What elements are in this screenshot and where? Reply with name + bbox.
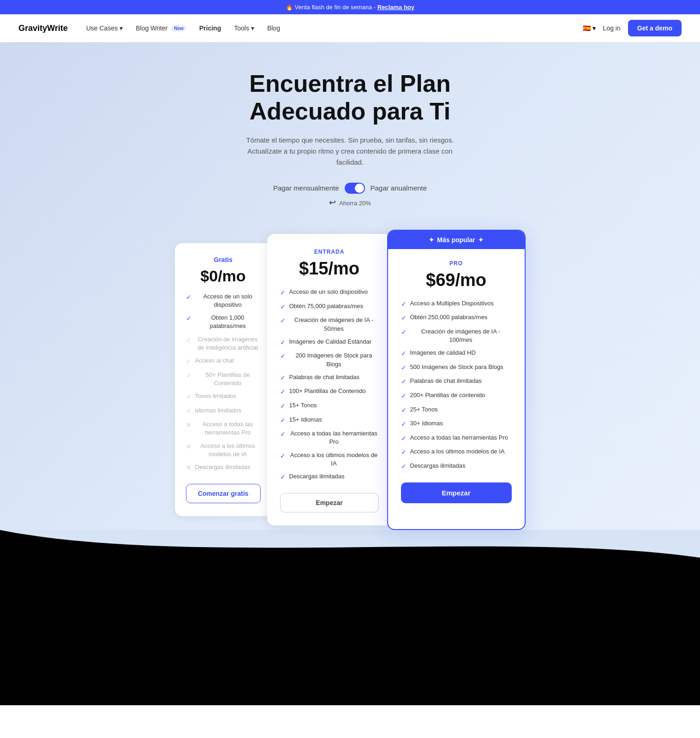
logo[interactable]: GravityWrite — [18, 24, 68, 33]
sparkle-icon: ✦ — [478, 236, 484, 244]
plan-label-entrada: ENTRADA — [280, 249, 379, 255]
nav-right: 🇪🇸 ▾ Log in Get a demo — [583, 20, 682, 36]
check-icon: ✓ — [280, 416, 286, 425]
nav-blog[interactable]: Blog — [267, 24, 280, 32]
check-icon: ✓ — [401, 462, 407, 471]
list-item: ✓ 25+ Tonos — [401, 405, 512, 415]
banner-text: 🔥 Venta flash de fin de semana - — [286, 4, 377, 11]
x-icon: ✕ — [186, 442, 191, 452]
billing-toggle: Pagar mensualmente Pagar anualmente — [9, 183, 691, 194]
pro-card-header: ✦ Más popular ✦ — [388, 231, 525, 249]
list-item: ✓ Descargas ilimitadas — [280, 472, 379, 482]
list-item: ✓ Acceso de un solo dispositivo — [280, 288, 379, 298]
check-icon: ✓ — [401, 392, 407, 401]
check-icon: ✓ — [401, 448, 407, 457]
list-item: ✓ Acceso a Múltiples Dispositivos — [401, 299, 512, 309]
hero-subtitle: Tómate el tiempo que necesites. Sin prue… — [244, 135, 456, 168]
top-banner: 🔥 Venta flash de fin de semana - Reclama… — [0, 0, 700, 14]
arrow-icon: ↩ — [329, 197, 336, 208]
list-item: ✓ Obtén 250,000 palabras/mes — [401, 313, 512, 323]
list-item: ✓ Descargas ilimitadas — [401, 462, 512, 471]
list-item: ✕ Acceso a los últimos modelos de IA — [186, 442, 261, 458]
star-icon: ✦ — [429, 236, 434, 244]
list-item: ✓ 30+ Idiomas — [401, 419, 512, 429]
pro-plan-button[interactable]: Empezar — [401, 482, 512, 503]
list-item: ✓ Obtén 75,000 palabras/mes — [280, 302, 379, 312]
list-item: ✓ Acceso al chat — [186, 357, 261, 366]
list-item: ✓ Acceso a los últimos modelos de IA — [280, 451, 379, 468]
save-note: ↩ Ahorra 20% — [9, 197, 691, 208]
list-item: ✓ Creación de imágenes de IA - 50/mes — [280, 316, 379, 333]
pro-card-body: PRO $69/mo ✓ Acceso a Múltiples Disposit… — [388, 249, 525, 516]
list-item: ✓ Acceso a los últimos modelos de IA — [401, 447, 512, 457]
chevron-down-icon: ▾ — [120, 24, 123, 32]
list-item: ✓ 15+ Tonos — [280, 401, 379, 411]
plan-card-pro: ✦ Más popular ✦ PRO $69/mo ✓ Acceso a Mú… — [387, 230, 526, 530]
check-icon: ✓ — [186, 336, 191, 345]
plan-price-entrada: $15/mo — [280, 259, 379, 279]
banner-link[interactable]: Reclama hoy — [377, 4, 414, 11]
check-icon: ✓ — [186, 293, 191, 302]
check-icon: ✓ — [280, 402, 286, 411]
check-icon: ✓ — [186, 407, 191, 416]
list-item: ✓ Imágenes de Calidad Estándar — [280, 338, 379, 347]
list-item: ✓ 200 Imágenes de Stock para Blogs — [280, 351, 379, 368]
check-icon: ✓ — [280, 452, 286, 461]
language-selector[interactable]: 🇪🇸 ▾ — [583, 24, 596, 32]
check-icon: ✓ — [401, 349, 407, 358]
navbar: GravityWrite Use Cases ▾ Blog Writer New… — [0, 14, 700, 42]
list-item: ✓ Idiomas limitados — [186, 406, 261, 416]
list-item: ✓ Palabras de chat limitadas — [280, 373, 379, 383]
list-item: ✓ Obten 1,000 palabras/mes — [186, 314, 261, 330]
list-item: ✓ Tonos limitados — [186, 392, 261, 402]
hero-title: Encuentra el Plan Adecuado para Ti — [221, 70, 479, 125]
nav-use-cases[interactable]: Use Cases ▾ — [86, 24, 123, 32]
plan-price-pro: $69/mo — [401, 270, 512, 290]
check-icon: ✓ — [401, 420, 407, 429]
list-item: ✓ 100+ Plantillas de Contenido — [280, 387, 379, 397]
nav-pricing[interactable]: Pricing — [199, 24, 221, 32]
free-features-list: ✓ Acceso de un solo dispositivo ✓ Obten … — [186, 292, 261, 473]
check-icon: ✓ — [186, 314, 191, 323]
billing-monthly-label: Pagar mensualmente — [273, 184, 339, 192]
check-icon: ✓ — [280, 430, 286, 439]
check-icon: ✓ — [280, 473, 286, 482]
nav-links: Use Cases ▾ Blog Writer New Pricing Tool… — [86, 24, 583, 32]
check-icon: ✓ — [280, 352, 286, 361]
free-plan-button[interactable]: Comenzar gratis — [186, 484, 261, 503]
list-item: ✓ Acceso a todas las herramientas Pro — [401, 434, 512, 443]
list-item: ✓ Creación de imágenes de IA - 100/mes — [401, 327, 512, 344]
check-icon: ✓ — [280, 288, 286, 298]
nav-blog-writer[interactable]: Blog Writer New — [136, 24, 186, 32]
check-icon: ✓ — [280, 303, 286, 312]
check-icon: ✓ — [280, 316, 286, 326]
entrada-plan-button[interactable]: Empezar — [280, 493, 379, 512]
chevron-down-icon: ▾ — [251, 24, 254, 32]
list-item: ✓ 500 Imágenes de Stock para Blogs — [401, 363, 512, 373]
chevron-down-icon: ▾ — [592, 24, 596, 32]
check-icon: ✓ — [186, 357, 191, 366]
check-icon: ✓ — [401, 406, 407, 415]
nav-tools[interactable]: Tools ▾ — [234, 24, 254, 32]
toggle-knob — [355, 184, 364, 193]
x-icon: ✕ — [186, 464, 191, 473]
plan-card-entrada: ENTRADA $15/mo ✓ Acceso de un solo dispo… — [267, 234, 392, 525]
hero-section: Encuentra el Plan Adecuado para Ti Tómat… — [0, 42, 700, 530]
check-icon: ✓ — [280, 387, 286, 397]
plan-label-pro: PRO — [401, 260, 512, 267]
check-icon: ✓ — [280, 374, 286, 383]
plan-card-free: Gratis $0/mo ✓ Acceso de un solo disposi… — [175, 243, 272, 516]
get-demo-button[interactable]: Get a demo — [628, 20, 682, 36]
list-item: ✓ Imágenes de calidad HD — [401, 349, 512, 358]
check-icon: ✓ — [401, 300, 407, 309]
check-icon: ✓ — [186, 371, 191, 381]
list-item: ✓ 200+ Plantillas de contenido — [401, 391, 512, 401]
list-item: ✓ 15+ Idiomas — [280, 416, 379, 425]
bottom-section — [0, 567, 700, 705]
login-link[interactable]: Log in — [603, 24, 621, 32]
list-item: ✕ Acceso a todas las herramientas Pro — [186, 420, 261, 437]
billing-toggle-switch[interactable] — [345, 183, 365, 194]
flag-icon: 🇪🇸 — [583, 24, 591, 32]
check-icon: ✓ — [401, 434, 407, 443]
billing-annual-label: Pagar anualmente — [371, 184, 427, 192]
